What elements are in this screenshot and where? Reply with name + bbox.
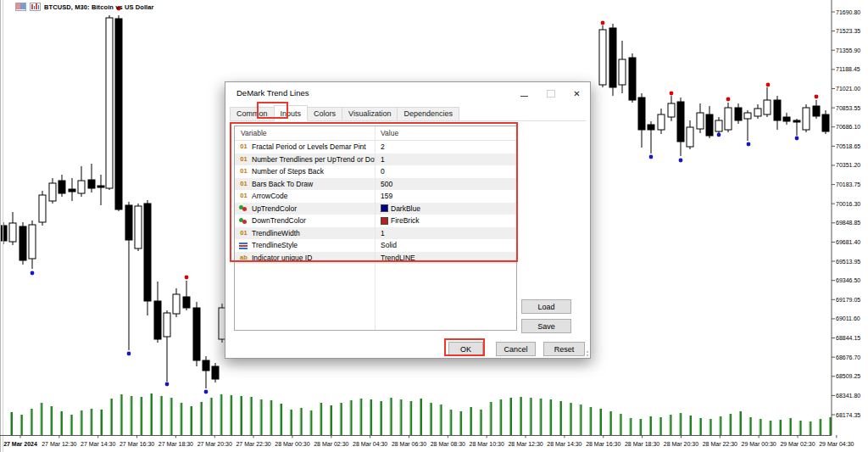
sell-arrow-dot — [766, 83, 771, 87]
volume-bar — [290, 410, 291, 435]
volume-bar — [150, 393, 151, 435]
volume-bar — [21, 415, 23, 435]
param-value[interactable]: 1 — [375, 153, 516, 166]
volume-bar — [460, 411, 462, 435]
tab-dependencies[interactable]: Dependencies — [397, 107, 459, 120]
minimize-button[interactable] — [511, 82, 537, 105]
price-axis-label: 68844.15 — [836, 335, 860, 341]
param-value[interactable]: DarkBlue — [375, 203, 516, 215]
candle-body — [144, 204, 151, 301]
integer-type-icon: 01 — [238, 190, 249, 203]
volume-bar — [50, 406, 51, 435]
time-axis-label: 29 Mar 00:30 — [742, 441, 776, 447]
time-axis-label: 28 Mar 20:30 — [664, 441, 698, 447]
price-axis-label: 69179.05 — [836, 297, 860, 303]
buy-arrow-dot — [717, 133, 721, 137]
param-name: UpTrendColor — [235, 203, 375, 215]
candle-body — [706, 114, 713, 136]
ok-button[interactable]: OK — [448, 342, 483, 356]
param-row[interactable]: 01Fractal Period or Levels Demar Pint2 — [235, 141, 516, 153]
param-row[interactable]: abIndicator unique IDTrendLINE — [235, 252, 516, 265]
candle-body — [49, 183, 56, 201]
time-axis-label: 28 Mar 06:30 — [392, 441, 426, 447]
param-name: TrendlineStyle — [235, 239, 375, 252]
save-button[interactable]: Save — [521, 319, 571, 333]
param-row[interactable]: 01Number of Steps Back0 — [235, 165, 516, 178]
volume-bar — [400, 399, 402, 435]
volume-bar — [470, 407, 470, 435]
volume-bar — [141, 397, 142, 435]
reset-button[interactable]: Reset — [543, 342, 585, 356]
candle-body — [203, 360, 209, 371]
price-axis-label: 69848.85 — [836, 220, 860, 226]
param-row[interactable]: 01ArrowCode159 — [235, 190, 516, 203]
volume-bar — [719, 416, 720, 435]
volume-bar — [41, 403, 42, 435]
param-value[interactable]: 1 — [375, 227, 516, 240]
volume-bar — [201, 402, 203, 435]
param-value[interactable]: Solid — [375, 239, 516, 252]
volume-bar — [729, 414, 730, 435]
volume-bar — [90, 409, 91, 435]
time-axis-label: 28 Mar 16:30 — [586, 441, 620, 447]
param-row[interactable]: 01Bars Back To Draw500 — [235, 178, 516, 191]
volume-bar — [580, 405, 581, 435]
param-row[interactable]: 01Number Trendlines per UpTrend or Dow..… — [235, 153, 516, 166]
tab-common[interactable]: Common — [230, 107, 275, 120]
volume-bar — [770, 421, 771, 435]
param-row[interactable]: UpTrendColorDarkBlue — [235, 203, 516, 215]
close-icon: ✕ — [573, 90, 580, 98]
candle-body — [135, 206, 142, 248]
param-value[interactable]: FireBrick — [375, 215, 516, 227]
param-name: 01ArrowCode — [235, 190, 375, 203]
volume-bar — [820, 419, 821, 435]
volume-bar — [489, 402, 490, 435]
buy-arrow-dot — [679, 159, 683, 163]
param-value[interactable]: 0 — [375, 165, 516, 178]
time-axis-label: 27 Mar 18:30 — [159, 441, 193, 447]
resize-grip[interactable] — [581, 349, 588, 356]
color-type-icon — [238, 217, 249, 225]
candle-body — [19, 226, 26, 260]
load-button[interactable]: Load — [521, 299, 571, 314]
volume-bar — [680, 413, 682, 435]
tab-visualization[interactable]: Visualization — [342, 107, 398, 120]
price-axis-label: 70016.30 — [836, 201, 860, 207]
time-axis-label: 28 Mar 22:30 — [703, 441, 737, 447]
candle-body — [687, 127, 693, 147]
chart-symbol-header: BTCUSD, M30: Bitcoin vs US Dollar — [15, 3, 154, 11]
volume-bar — [790, 418, 792, 435]
volume-bar — [71, 415, 73, 435]
param-row[interactable]: 01TrendlineWidth1 — [235, 227, 516, 240]
param-row[interactable]: TrendlineStyleSolid — [235, 239, 516, 252]
param-value[interactable]: TrendLINE — [375, 252, 516, 265]
param-value[interactable]: 500 — [375, 178, 516, 191]
volume-bar — [609, 411, 610, 435]
price-axis-label: 69346.50 — [836, 277, 860, 283]
volume-bar — [459, 411, 460, 435]
tab-inputs[interactable]: Inputs — [274, 105, 309, 121]
candle-body — [173, 294, 180, 314]
close-button[interactable]: ✕ — [564, 82, 590, 105]
cancel-button[interactable]: Cancel — [496, 342, 536, 356]
sell-arrow-dot — [726, 98, 731, 102]
volume-bar — [550, 399, 552, 435]
param-value[interactable]: 159 — [375, 190, 516, 203]
tab-colors[interactable]: Colors — [307, 107, 342, 120]
volume-bar — [380, 401, 381, 435]
volume-bar — [659, 417, 660, 435]
volume-bar — [330, 405, 331, 435]
dialog-titlebar[interactable]: DeMark Trend Lines ✕ — [225, 82, 590, 105]
buy-arrow-dot — [747, 142, 751, 147]
volume-bar — [320, 403, 320, 435]
time-axis-label: 28 Mar 10:30 — [470, 441, 504, 447]
param-row[interactable]: DownTrendColorFireBrick — [235, 215, 516, 227]
time-axis-label: 27 Mar 12:30 — [42, 441, 76, 447]
volume-bar — [799, 421, 800, 435]
volume-bar — [559, 401, 560, 435]
param-value[interactable]: 2 — [375, 141, 516, 153]
price-axis-label: 71690.80 — [836, 9, 860, 15]
volume-bar — [689, 416, 690, 435]
volume-bar — [11, 412, 13, 435]
candle-body — [183, 297, 190, 308]
